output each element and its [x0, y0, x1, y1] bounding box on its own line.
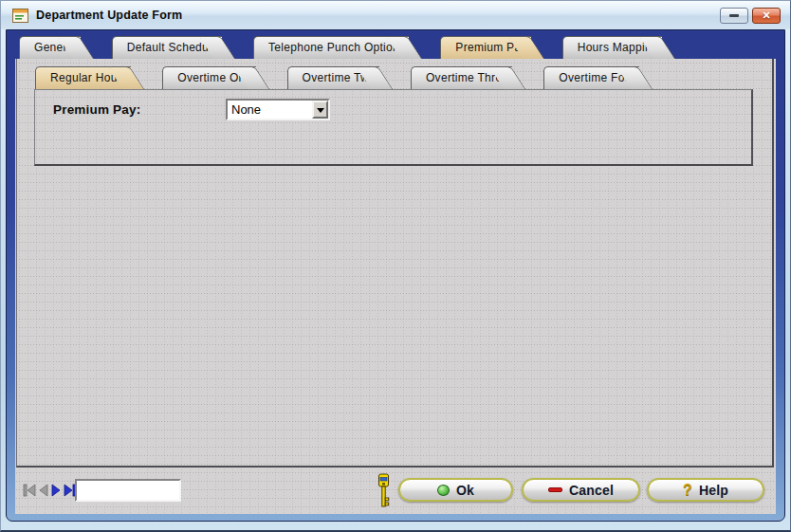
form-icon — [12, 9, 28, 23]
tab-label: Default Schedule — [127, 41, 218, 54]
title-bar: Department Update Form ✕ — [1, 1, 790, 29]
tab-overtime-three[interactable]: Overtime Three — [411, 66, 512, 89]
next-record-button[interactable] — [50, 484, 62, 497]
tab-regular-hours[interactable]: Regular Hours — [35, 66, 131, 89]
sub-tab-bar: Regular Hours Overtime One Overtime Two … — [17, 59, 772, 89]
cancel-button[interactable]: Cancel — [522, 478, 640, 502]
dialog-frame: General Default Schedule Telephone Punch… — [6, 29, 785, 522]
chevron-down-icon — [317, 108, 324, 117]
tab-label: Overtime Four — [559, 71, 635, 84]
tab-overtime-four[interactable]: Overtime Four — [543, 66, 639, 89]
tab-label: Telephone Punch Options — [268, 41, 405, 54]
help-icon: ? — [683, 482, 692, 499]
premium-pay-page: Regular Hours Overtime One Overtime Two … — [16, 59, 774, 468]
first-record-button[interactable] — [23, 484, 37, 497]
regular-hours-panel: Premium Pay: None — [34, 89, 753, 166]
dropdown-button[interactable] — [312, 101, 328, 119]
tab-telephone-punch-options[interactable]: Telephone Punch Options — [253, 36, 409, 59]
tab-label: Overtime Three — [426, 71, 508, 84]
main-tab-bar: General Default Schedule Telephone Punch… — [7, 30, 784, 59]
tab-label: General — [34, 41, 77, 54]
minimize-button[interactable] — [720, 8, 748, 24]
previous-record-button[interactable] — [38, 484, 49, 497]
tab-overtime-two[interactable]: Overtime Two — [287, 66, 379, 89]
department-update-form-window: Department Update Form ✕ General Default… — [0, 0, 791, 532]
key-icon — [376, 473, 392, 513]
tab-label: Premium Pay — [455, 41, 526, 54]
tab-label: Regular Hours — [50, 71, 127, 84]
window-controls: ✕ — [720, 8, 781, 24]
tab-overtime-one[interactable]: Overtime One — [162, 66, 255, 89]
cancel-icon — [548, 487, 562, 492]
ok-button[interactable]: Ok — [398, 478, 513, 502]
tab-label: Overtime Two — [303, 71, 376, 84]
tab-label: Overtime One — [177, 71, 251, 84]
tab-premium-pay[interactable]: Premium Pay — [440, 36, 530, 59]
record-search-input[interactable] — [75, 479, 181, 502]
minimize-icon — [729, 14, 739, 17]
premium-pay-select[interactable]: None — [226, 99, 330, 120]
content-area: Regular Hours Overtime One Overtime Two … — [15, 59, 776, 514]
footer-bar: Ok Cancel ? Help — [16, 470, 774, 514]
help-label: Help — [699, 483, 728, 498]
tab-default-schedule[interactable]: Default Schedule — [112, 36, 222, 59]
ok-label: Ok — [456, 483, 474, 498]
help-button[interactable]: ? Help — [647, 478, 764, 502]
record-navigator — [23, 484, 77, 497]
tab-label: Hours Mapping — [578, 41, 658, 54]
close-button[interactable]: ✕ — [752, 8, 781, 24]
window-title: Department Update Form — [36, 9, 182, 22]
tab-general[interactable]: General — [19, 36, 81, 59]
ok-icon — [437, 485, 450, 496]
premium-pay-value: None — [228, 101, 312, 119]
cancel-label: Cancel — [569, 483, 614, 498]
close-icon: ✕ — [762, 10, 770, 21]
tab-hours-mapping[interactable]: Hours Mapping — [562, 36, 662, 59]
premium-pay-label: Premium Pay: — [53, 102, 140, 117]
